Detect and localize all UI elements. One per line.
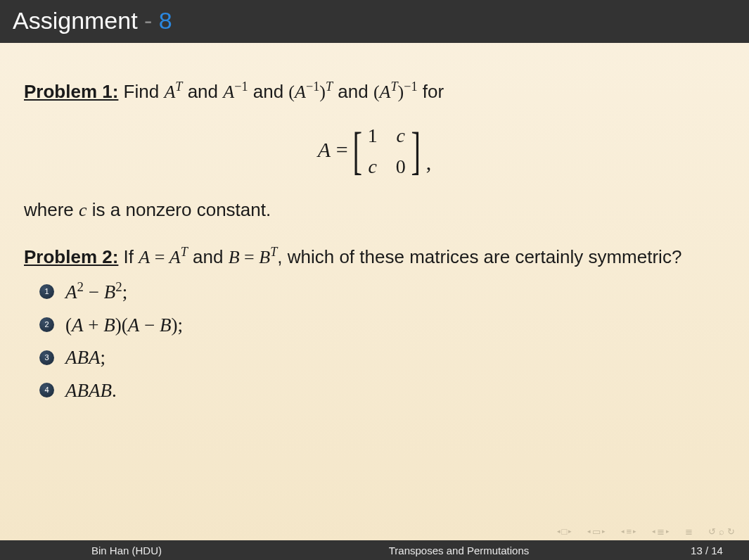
i4-text: ABAB (65, 380, 112, 401)
bullet-icon: 1 (39, 284, 54, 299)
problem-1-find: Find (118, 81, 164, 102)
expr4-sup2: −1 (404, 79, 417, 94)
redo-icon[interactable]: ↻ (727, 526, 735, 537)
expr-AT-base: A (164, 82, 175, 102)
m-1-1: 1 (368, 122, 378, 149)
i2-B2: B (160, 314, 172, 336)
p2-eq2: = (240, 247, 260, 267)
eq-lhs: A (318, 137, 331, 160)
p2-and: and (188, 246, 229, 267)
title-bar: Assignment - 8 (0, 0, 749, 43)
for-text: for (418, 81, 444, 102)
eq-comma: , (426, 150, 432, 173)
problem-1-label: Problem 1: (24, 81, 118, 102)
where-var: c (79, 200, 87, 220)
where-post: is a nonzero constant. (87, 199, 271, 220)
nav-bar: ◂ □ ▸ ◂ ▭ ▸ ◂ ≡ ▸ ◂ ≣ ▸ ≣ ↺ ⌕ ↻ (0, 522, 749, 540)
p2-post: , which of these matrices are certainly … (277, 246, 681, 267)
item-2-text: (A + B)(A − B); (65, 312, 183, 338)
expr-Ainv-base: A (223, 82, 234, 102)
enum-list: 1 A2 − B2; 2 (A + B)(A − B); 3 ABA; 4 (24, 278, 725, 403)
item-3-text: ABA; (65, 345, 105, 370)
bracket-right-icon: ] (411, 130, 421, 172)
search-icon[interactable]: ⌕ (719, 526, 724, 537)
expr3-sup1: −1 (306, 79, 319, 94)
footer: Bin Han (HDU) Transposes and Permutation… (0, 540, 749, 560)
problem-1: Problem 1: Find AT and A−1 and (A−1)T an… (24, 78, 725, 104)
p2-BT-sup: T (270, 245, 277, 259)
i2-open: ( (65, 314, 72, 336)
i2-minus: − (139, 314, 160, 336)
i3-semi: ; (100, 347, 105, 368)
nav-subsection-icon[interactable]: ◂ ≣ ▸ (652, 526, 670, 537)
title-separator: - (138, 7, 159, 34)
p2-eq1: = (150, 247, 169, 267)
title-number: 8 (159, 7, 172, 34)
matrix-equation: A = [ 1 c c 0 ] , (24, 122, 725, 180)
expr4-open: ( (373, 82, 380, 102)
list-item: 3 ABA; (39, 345, 725, 370)
m-2-2: 0 (396, 153, 406, 180)
expr4-base: A (380, 82, 391, 102)
i2-A2: A (128, 314, 140, 336)
i2-B: B (103, 314, 115, 336)
list-item: 1 A2 − B2; (39, 278, 725, 305)
footer-author: Bin Han (HDU) (0, 545, 253, 556)
i1-minus: − (84, 281, 104, 303)
m-1-2: c (396, 122, 406, 149)
expr3-close: ) (319, 82, 326, 102)
expr3-open: ( (288, 82, 295, 102)
p2-AT-sup: T (181, 245, 188, 259)
expr-AT-sup: T (175, 79, 182, 94)
expr-Ainv-sup: −1 (234, 79, 248, 94)
i2-close: )( (115, 314, 128, 336)
i2-A: A (72, 314, 84, 336)
nav-prev-subsection-icon[interactable]: ◂ ▭ ▸ (587, 526, 606, 537)
matrix-grid: 1 c c 0 (362, 122, 411, 180)
i3-text: ABA (65, 347, 100, 368)
problem-1-where: where c is a nonzero constant. (24, 198, 725, 222)
problem-2-label: Problem 2: (24, 246, 118, 267)
nav-goto-icon[interactable]: ≣ (685, 526, 693, 537)
i2-close2: ); (171, 314, 183, 336)
expr3-sup2: T (326, 79, 333, 94)
and-2: and (248, 81, 289, 102)
nav-prev-slide-icon[interactable]: ◂ □ ▸ (557, 526, 572, 537)
problem-2: Problem 2: If A = AT and B = BT, which o… (24, 243, 725, 269)
nav-section-icon[interactable]: ◂ ≡ ▸ (621, 526, 636, 537)
p2-A: A (139, 247, 150, 267)
p2-AT-base: A (169, 247, 181, 267)
i1-A: A (65, 281, 77, 303)
m-2-1: c (368, 153, 378, 180)
expr3-base: A (295, 82, 306, 102)
list-item: 4 ABAB. (39, 378, 725, 403)
footer-page: 13 / 14 (665, 545, 749, 556)
expr4-close: ) (398, 82, 404, 102)
expr4-sup1: T (390, 79, 397, 94)
slide-body: Problem 1: Find AT and A−1 and (A−1)T an… (0, 43, 749, 522)
eq-equals: = (331, 137, 353, 160)
p2-B: B (229, 247, 240, 267)
i1-sup1: 2 (77, 279, 84, 294)
and-1: and (182, 81, 223, 102)
list-item: 2 (A + B)(A − B); (39, 312, 725, 338)
i2-plus: + (84, 314, 104, 336)
undo-icon[interactable]: ↺ (708, 526, 716, 537)
and-3: and (333, 81, 373, 102)
p2-if: If (118, 246, 139, 267)
item-4-text: ABAB. (65, 378, 117, 403)
footer-title: Transposes and Permutations (253, 545, 665, 556)
bracket-left-icon: [ (353, 130, 363, 172)
item-1-text: A2 − B2; (65, 278, 127, 305)
where-pre: where (24, 199, 79, 220)
p2-BT-base: B (259, 247, 270, 267)
i1-B: B (104, 281, 116, 303)
i1-sup2: 2 (115, 279, 122, 294)
i4-dot: . (112, 380, 117, 401)
bullet-icon: 3 (39, 350, 54, 365)
matrix: [ 1 c c 0 ] (353, 122, 420, 180)
slide: Assignment - 8 Problem 1: Find AT and A−… (0, 0, 749, 560)
nav-undo-icon[interactable]: ↺ ⌕ ↻ (708, 526, 735, 537)
i1-semi: ; (122, 281, 128, 303)
bullet-icon: 2 (39, 317, 54, 332)
